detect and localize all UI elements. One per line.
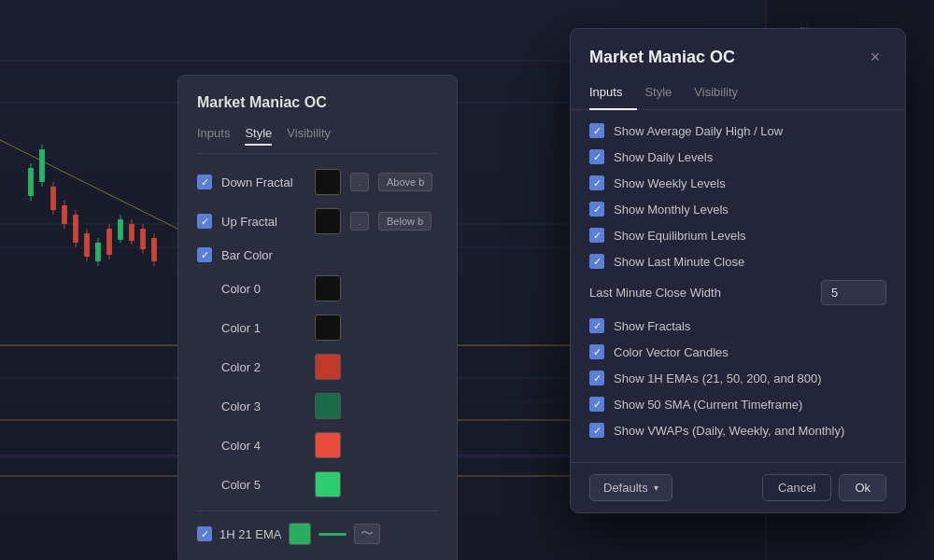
ema-label: 1H 21 EMA [219, 527, 281, 541]
dialog-tabs: Inputs Style Visibility [571, 68, 905, 110]
row-avg-daily: Show Average Daily High / Low [589, 123, 886, 138]
color-0-row: Color 0 [197, 275, 438, 301]
label-last-minute: Show Last Minute Close [614, 255, 886, 269]
color-5-row: Color 5 [197, 471, 438, 497]
left-panel-title: Market Maniac OC [197, 94, 438, 111]
ema-checkbox[interactable] [197, 526, 212, 541]
color-2-swatch[interactable] [315, 354, 341, 380]
up-fractal-label: Up Fractal [221, 215, 305, 229]
color-3-swatch[interactable] [315, 393, 341, 419]
checkbox-vector-candles[interactable] [589, 344, 604, 359]
label-avg-daily: Show Average Daily High / Low [614, 124, 886, 138]
bottom-bar: 1H 21 EMA 〜 [197, 511, 438, 545]
label-vwaps: Show VWAPs (Daily, Weekly, and Monthly) [614, 424, 886, 438]
color-4-label: Color 4 [221, 439, 305, 453]
color-0-swatch[interactable] [315, 275, 341, 301]
color-1-label: Color 1 [221, 321, 305, 335]
ema-line-style[interactable] [318, 533, 347, 536]
down-fractal-color[interactable] [315, 169, 341, 195]
checkbox-daily-levels[interactable] [589, 149, 604, 164]
cancel-button[interactable]: Cancel [762, 474, 831, 501]
ema-color-swatch[interactable] [289, 523, 311, 545]
up-fractal-color[interactable] [315, 208, 341, 234]
left-tab-style[interactable]: Style [245, 126, 272, 146]
dialog-body: Show Average Daily High / Low Show Daily… [571, 110, 905, 462]
tab-style[interactable]: Style [644, 79, 686, 109]
checkbox-50-sma[interactable] [589, 397, 604, 412]
label-width: Last Minute Close Width [589, 286, 812, 300]
color-1-swatch[interactable] [315, 315, 341, 341]
dialog-header: Market Maniac OC × [571, 29, 905, 68]
left-panel-tabs: Inputs Style Visibility [197, 126, 438, 154]
row-daily-levels: Show Daily Levels [589, 149, 886, 164]
label-equilibrium: Show Equilibrium Levels [614, 229, 886, 243]
row-1h-emas: Show 1H EMAs (21, 50, 200, and 800) [589, 371, 886, 385]
tab-inputs[interactable]: Inputs [589, 79, 637, 110]
ok-button[interactable]: Ok [839, 474, 886, 501]
row-equilibrium: Show Equilibrium Levels [589, 228, 886, 243]
color-1-row: Color 1 [197, 315, 438, 341]
down-fractal-dot[interactable]: . [350, 173, 369, 191]
color-4-row: Color 4 [197, 432, 438, 458]
checkbox-avg-daily[interactable] [589, 123, 604, 138]
main-dialog: Market Maniac OC × Inputs Style Visibili… [570, 28, 906, 513]
label-show-fractals: Show Fractals [614, 319, 886, 333]
label-50-sma: Show 50 SMA (Current Timeframe) [614, 398, 886, 412]
defaults-chevron-icon: ▾ [654, 483, 658, 493]
down-fractal-row: Down Fractal . Above b [197, 169, 438, 195]
width-input[interactable] [821, 280, 886, 305]
tab-visibility[interactable]: Visibility [694, 79, 753, 109]
left-panel: Market Maniac OC Inputs Style Visibility… [177, 75, 458, 560]
checkbox-vwaps[interactable] [589, 423, 604, 438]
defaults-label: Defaults [603, 481, 648, 495]
ema-wave-icon[interactable]: 〜 [354, 524, 380, 544]
footer-actions: Cancel Ok [762, 474, 886, 501]
bar-color-label: Bar Color [221, 248, 305, 262]
color-3-row: Color 3 [197, 393, 438, 419]
up-fractal-row: Up Fractal . Below b [197, 208, 438, 234]
row-last-minute: Show Last Minute Close [589, 254, 886, 269]
color-3-label: Color 3 [221, 399, 305, 413]
dialog-title: Market Maniac OC [589, 48, 735, 67]
dialog-footer: Defaults ▾ Cancel Ok [571, 462, 905, 512]
bar-color-checkbox[interactable] [197, 247, 212, 262]
row-width: Last Minute Close Width [589, 280, 886, 305]
up-fractal-dot[interactable]: . [350, 212, 369, 231]
checkbox-weekly-levels[interactable] [589, 175, 604, 190]
up-fractal-checkbox[interactable] [197, 214, 212, 229]
down-fractal-checkbox[interactable] [197, 175, 212, 189]
row-vwaps: Show VWAPs (Daily, Weekly, and Monthly) [589, 423, 886, 438]
checkbox-last-minute[interactable] [589, 254, 604, 269]
row-50-sma: Show 50 SMA (Current Timeframe) [589, 397, 886, 412]
color-5-label: Color 5 [221, 478, 305, 492]
close-button[interactable]: × [864, 46, 886, 68]
row-show-fractals: Show Fractals [589, 318, 886, 333]
color-2-row: Color 2 [197, 354, 438, 380]
label-weekly-levels: Show Weekly Levels [614, 176, 886, 190]
up-fractal-badge[interactable]: Below b [378, 212, 432, 231]
color-0-label: Color 0 [221, 282, 305, 296]
left-tab-visibility[interactable]: Visibility [287, 126, 331, 146]
row-vector-candles: Color Vector Candles [589, 344, 886, 359]
down-fractal-badge[interactable]: Above b [378, 173, 432, 191]
checkbox-monthly-levels[interactable] [589, 202, 604, 217]
color-5-swatch[interactable] [315, 471, 341, 497]
color-4-swatch[interactable] [315, 432, 341, 458]
label-vector-candles: Color Vector Candles [614, 345, 886, 359]
defaults-button[interactable]: Defaults ▾ [589, 474, 672, 501]
checkbox-1h-emas[interactable] [589, 371, 604, 385]
checkbox-show-fractals[interactable] [589, 318, 604, 333]
label-1h-emas: Show 1H EMAs (21, 50, 200, and 800) [614, 371, 886, 385]
bar-color-row: Bar Color [197, 247, 438, 262]
checkbox-equilibrium[interactable] [589, 228, 604, 243]
label-monthly-levels: Show Monthly Levels [614, 203, 886, 217]
label-daily-levels: Show Daily Levels [614, 150, 886, 164]
row-monthly-levels: Show Monthly Levels [589, 202, 886, 217]
color-2-label: Color 2 [221, 360, 305, 374]
row-weekly-levels: Show Weekly Levels [589, 175, 886, 190]
left-tab-inputs[interactable]: Inputs [197, 126, 230, 146]
down-fractal-label: Down Fractal [221, 175, 305, 189]
